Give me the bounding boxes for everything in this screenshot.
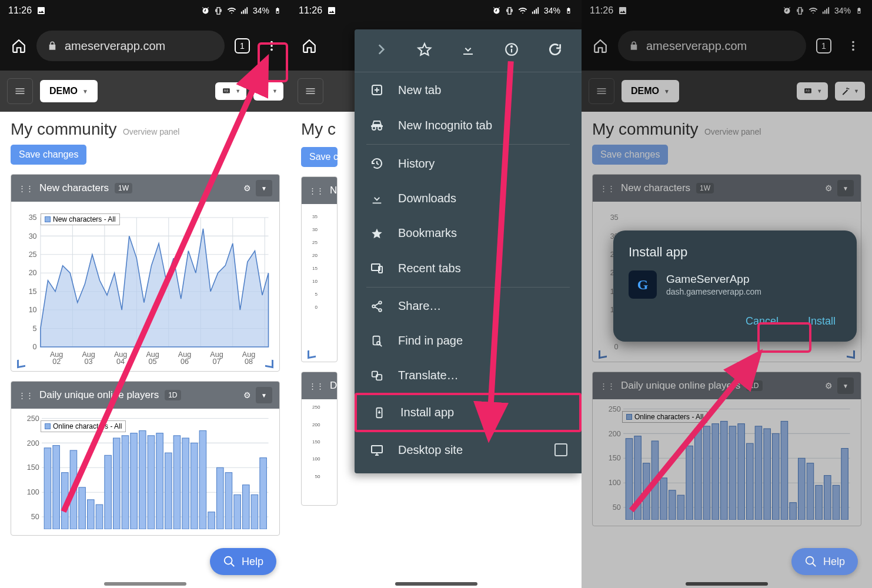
download-button[interactable] xyxy=(456,38,480,61)
menu-translate[interactable]: Translate… xyxy=(355,358,582,393)
menu-share[interactable]: Share… xyxy=(355,289,582,323)
save-changes-button[interactable]: Save changes xyxy=(11,145,86,165)
svg-rect-63 xyxy=(131,433,138,529)
reload-button[interactable] xyxy=(543,38,567,61)
svg-text:150: 150 xyxy=(312,439,320,445)
menu-icon-row xyxy=(355,29,582,72)
wifi-icon xyxy=(227,6,236,15)
menu-find-in-page[interactable]: Find in page xyxy=(355,323,582,358)
card-dropdown[interactable]: ▼ xyxy=(256,387,272,403)
menu-recent-tabs[interactable]: Recent tabs xyxy=(355,250,582,286)
svg-rect-78 xyxy=(260,458,267,530)
svg-rect-76 xyxy=(243,485,250,529)
image-icon xyxy=(327,6,336,15)
save-changes-button[interactable]: Save c xyxy=(301,147,338,167)
svg-rect-56 xyxy=(70,450,77,529)
menu-install-app[interactable]: Install app xyxy=(355,393,582,432)
svg-text:07: 07 xyxy=(213,358,221,365)
home-button[interactable] xyxy=(7,34,31,58)
svg-rect-70 xyxy=(191,443,198,530)
help-button[interactable]: Help xyxy=(210,548,276,575)
svg-rect-59 xyxy=(96,505,103,530)
menu-new-tab[interactable]: New tab xyxy=(355,72,582,108)
battery-icon xyxy=(273,6,282,15)
drag-handle-icon[interactable]: ⋮⋮ xyxy=(18,391,34,400)
svg-text:5: 5 xyxy=(315,292,318,297)
svg-text:04: 04 xyxy=(116,358,125,365)
cancel-button[interactable]: Cancel xyxy=(740,312,784,331)
expand-icon[interactable] xyxy=(17,359,25,368)
three-dots-icon xyxy=(265,39,278,52)
language-button[interactable]: A文 ▼ xyxy=(215,82,246,100)
page-title: My community xyxy=(11,120,116,139)
card-dropdown[interactable]: ▼ xyxy=(256,180,272,196)
svg-text:15: 15 xyxy=(312,266,318,271)
svg-text:5: 5 xyxy=(33,325,37,333)
svg-text:05: 05 xyxy=(149,358,157,365)
app-host: dash.gameserverapp.com xyxy=(666,287,761,296)
alarm-icon xyxy=(201,6,211,15)
image-icon xyxy=(36,6,46,15)
url-bar[interactable]: ameserverapp.com xyxy=(36,31,225,61)
menu-bookmarks[interactable]: Bookmarks xyxy=(355,216,582,250)
browser-menu-button[interactable] xyxy=(260,34,283,58)
translate-icon xyxy=(369,369,385,382)
svg-text:200: 200 xyxy=(27,439,39,447)
menu-history[interactable]: History xyxy=(355,146,582,181)
svg-line-107 xyxy=(375,306,379,309)
svg-text:A文: A文 xyxy=(224,89,229,92)
server-select[interactable]: DEMO▼ xyxy=(40,80,98,102)
home-button[interactable] xyxy=(298,34,321,58)
sidebar-toggle[interactable] xyxy=(7,78,33,104)
dialog-title: Install app xyxy=(629,245,841,260)
svg-text:08: 08 xyxy=(245,358,253,365)
status-time: 11:26 xyxy=(299,5,322,16)
card-header[interactable]: ⋮⋮ New characters 1W ⚙ ▼ xyxy=(11,175,279,202)
svg-text:50: 50 xyxy=(31,513,39,522)
chrome-overflow-menu: New tab New Incognito tab History Downlo… xyxy=(355,29,582,473)
plus-box-icon xyxy=(369,83,385,97)
expand-icon[interactable] xyxy=(265,359,273,368)
svg-rect-72 xyxy=(208,512,215,529)
lock-icon xyxy=(47,41,58,51)
bookmark-button[interactable] xyxy=(413,38,436,61)
menu-downloads[interactable]: Downloads xyxy=(355,181,582,216)
svg-text:100: 100 xyxy=(312,456,320,462)
card-header[interactable]: ⋮⋮ Daily unique online players 1D ⚙ ▼ xyxy=(11,382,279,409)
nav-pill[interactable] xyxy=(395,582,477,586)
phone-step-3: 11:26 34% ameserverapp.com 1 DEMO▼ A文▼ ▼ xyxy=(582,0,872,588)
nav-pill[interactable] xyxy=(104,582,186,586)
info-button[interactable] xyxy=(500,38,523,61)
desktop-icon xyxy=(369,443,385,457)
menu-desktop-site[interactable]: Desktop site xyxy=(355,432,582,467)
svg-text:02: 02 xyxy=(52,358,61,365)
sidebar-toggle[interactable] xyxy=(298,78,323,104)
forward-button[interactable] xyxy=(369,38,393,61)
tab-switcher[interactable]: 1 xyxy=(230,34,254,58)
svg-rect-58 xyxy=(88,500,95,529)
checkbox[interactable] xyxy=(554,443,567,456)
chart-legend: Online characters - All xyxy=(41,420,126,432)
svg-rect-57 xyxy=(79,487,86,529)
tools-button[interactable]: ▼ xyxy=(253,82,283,101)
card-settings-icon[interactable]: ⚙ xyxy=(243,183,251,193)
chart-legend: New characters - All xyxy=(41,213,120,225)
menu-incognito[interactable]: New Incognito tab xyxy=(355,108,582,143)
svg-text:50: 50 xyxy=(315,474,320,479)
svg-text:30: 30 xyxy=(29,232,37,240)
install-button[interactable]: Install xyxy=(802,312,841,331)
timerange-badge: 1W xyxy=(115,183,132,193)
status-time: 11:26 xyxy=(8,5,32,16)
help-button[interactable]: Help xyxy=(791,548,858,575)
svg-rect-53 xyxy=(44,448,51,529)
svg-text:35: 35 xyxy=(312,214,318,219)
drag-handle-icon[interactable]: ⋮⋮ xyxy=(18,184,34,193)
magic-wand-icon xyxy=(259,86,269,96)
svg-text:10: 10 xyxy=(29,306,37,314)
svg-rect-68 xyxy=(173,436,181,529)
svg-rect-64 xyxy=(139,431,146,530)
svg-rect-65 xyxy=(148,436,155,529)
svg-rect-67 xyxy=(165,453,172,530)
card-settings-icon[interactable]: ⚙ xyxy=(243,390,251,400)
svg-text:100: 100 xyxy=(27,489,39,497)
